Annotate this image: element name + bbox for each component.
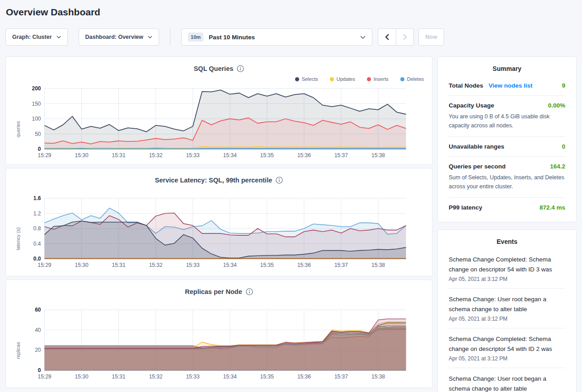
svg-text:15:35: 15:35 bbox=[260, 373, 274, 380]
unavailable-ranges-value: 0 bbox=[562, 143, 565, 150]
sidebar-column: Summary Total Nodes View nodes list 9 Ca… bbox=[437, 56, 577, 392]
replicas-per-node-chart[interactable]: 15:2915:3015:3115:3215:3315:3415:3515:36… bbox=[23, 305, 425, 384]
events-title: Events bbox=[449, 230, 565, 249]
y-axis-label: latency (s) bbox=[13, 194, 23, 272]
time-range-badge: 10m bbox=[188, 33, 203, 42]
chevron-down-icon bbox=[56, 36, 61, 38]
svg-text:15:34: 15:34 bbox=[223, 373, 237, 380]
svg-text:15:31: 15:31 bbox=[112, 373, 126, 380]
legend-dot bbox=[330, 77, 334, 81]
next-time-button[interactable] bbox=[396, 29, 413, 45]
time-range-picker[interactable]: 10m Past 10 Minutes bbox=[181, 28, 372, 46]
chevron-left-icon bbox=[385, 34, 389, 40]
legend-dot bbox=[295, 77, 299, 81]
legend-item-selects: Selects bbox=[295, 76, 318, 82]
legend-label: Inserts bbox=[374, 76, 389, 82]
info-icon[interactable] bbox=[237, 65, 244, 72]
svg-text:150: 150 bbox=[32, 101, 41, 107]
replicas-per-node-panel: Replicas per Node replicas 15:2915:3015:… bbox=[5, 280, 432, 388]
svg-text:15:36: 15:36 bbox=[297, 262, 311, 268]
queries-per-second-description: Sum of Selects, Updates, Inserts, and De… bbox=[449, 173, 565, 191]
event-text: Schema Change: User root began a schema … bbox=[449, 374, 565, 392]
service-latency-chart[interactable]: 15:2915:3015:3115:3215:3315:3415:3515:36… bbox=[23, 194, 425, 272]
toolbar-divider bbox=[170, 28, 170, 46]
svg-text:100: 100 bbox=[32, 116, 41, 122]
event-text: Schema Change: User root began a schema … bbox=[449, 294, 565, 314]
svg-text:15:30: 15:30 bbox=[75, 373, 89, 380]
svg-text:15:38: 15:38 bbox=[371, 152, 385, 159]
event-timestamp: Apr 05, 2021 at 3:12 PM bbox=[449, 355, 565, 362]
prev-time-button[interactable] bbox=[378, 29, 396, 45]
summary-title: Summary bbox=[449, 57, 565, 76]
svg-text:0.0: 0.0 bbox=[33, 256, 41, 262]
svg-text:15:32: 15:32 bbox=[149, 152, 163, 159]
queries-per-second-label: Queries per second bbox=[449, 163, 506, 170]
graph-dropdown-label: Graph: Cluster bbox=[12, 34, 52, 40]
legend-item-updates: Updates bbox=[330, 76, 355, 82]
capacity-usage-label: Capacity Usage bbox=[449, 102, 494, 109]
y-axis-label: replicas bbox=[13, 305, 23, 384]
sql-queries-panel: SQL Queries SelectsUpdatesInsertsDeletes… bbox=[5, 56, 432, 165]
svg-text:15:29: 15:29 bbox=[38, 373, 51, 380]
svg-text:15:35: 15:35 bbox=[260, 262, 274, 268]
chevron-down-icon bbox=[148, 36, 152, 38]
svg-text:15:34: 15:34 bbox=[223, 152, 237, 159]
svg-text:15:36: 15:36 bbox=[297, 373, 311, 380]
view-nodes-list-link[interactable]: View nodes list bbox=[488, 82, 532, 89]
graph-dropdown[interactable]: Graph: Cluster bbox=[5, 28, 68, 46]
svg-text:15:37: 15:37 bbox=[334, 373, 348, 380]
svg-text:1.6: 1.6 bbox=[33, 195, 41, 201]
svg-text:15:33: 15:33 bbox=[186, 373, 200, 380]
event-item: Schema Change Completed: Schema change o… bbox=[449, 249, 565, 288]
svg-text:200: 200 bbox=[32, 85, 41, 92]
summary-capacity-row: Capacity Usage 0.00% You are using 0 B o… bbox=[449, 95, 565, 136]
svg-text:1.2: 1.2 bbox=[33, 210, 41, 217]
now-button[interactable]: Now bbox=[418, 28, 444, 46]
svg-text:0.4: 0.4 bbox=[33, 241, 41, 247]
svg-text:15:33: 15:33 bbox=[186, 262, 200, 268]
svg-text:40: 40 bbox=[35, 327, 41, 333]
event-timestamp: Apr 05, 2021 at 3:12 PM bbox=[449, 276, 565, 282]
legend-label: Selects bbox=[302, 76, 318, 82]
svg-text:15:32: 15:32 bbox=[149, 373, 163, 380]
svg-text:15:29: 15:29 bbox=[38, 262, 51, 268]
events-list: Schema Change Completed: Schema change o… bbox=[449, 249, 565, 392]
svg-text:0: 0 bbox=[38, 367, 41, 373]
svg-text:50: 50 bbox=[35, 131, 41, 137]
chart-title: Replicas per Node bbox=[185, 288, 242, 295]
queries-per-second-value: 164.2 bbox=[550, 163, 565, 170]
event-text: Schema Change Completed: Schema change o… bbox=[449, 255, 565, 275]
events-panel: Events Schema Change Completed: Schema c… bbox=[437, 229, 577, 392]
event-item: Schema Change: User root began a schema … bbox=[449, 368, 565, 392]
p99-latency-label: P99 latency bbox=[449, 204, 482, 211]
svg-text:15:31: 15:31 bbox=[112, 152, 126, 159]
svg-text:15:38: 15:38 bbox=[371, 262, 385, 268]
svg-text:15:32: 15:32 bbox=[149, 262, 163, 268]
legend-dot bbox=[367, 77, 371, 81]
sql-queries-chart[interactable]: 15:2915:3015:3115:3215:3315:3415:3515:36… bbox=[23, 84, 425, 163]
event-item: Schema Change Completed: Schema change o… bbox=[449, 328, 565, 368]
svg-text:15:37: 15:37 bbox=[334, 152, 348, 159]
info-icon[interactable] bbox=[276, 177, 283, 184]
dashboard-dropdown[interactable]: Dashboard: Overview bbox=[79, 28, 160, 46]
svg-text:15:34: 15:34 bbox=[223, 262, 237, 268]
legend-dot bbox=[400, 77, 404, 81]
svg-text:0: 0 bbox=[38, 146, 41, 152]
svg-text:15:30: 15:30 bbox=[75, 262, 89, 268]
event-item: Schema Change: User root began a schema … bbox=[449, 288, 565, 328]
legend-item-deletes: Deletes bbox=[400, 76, 424, 82]
total-nodes-value: 9 bbox=[562, 82, 565, 89]
svg-text:15:35: 15:35 bbox=[260, 152, 274, 159]
legend-label: Deletes bbox=[407, 76, 424, 82]
chart-legend: SelectsUpdatesInsertsDeletes bbox=[13, 76, 424, 82]
total-nodes-label: Total Nodes bbox=[449, 82, 483, 89]
legend-item-inserts: Inserts bbox=[367, 76, 389, 82]
svg-text:15:38: 15:38 bbox=[371, 373, 385, 380]
event-text: Schema Change Completed: Schema change o… bbox=[449, 334, 565, 354]
info-icon[interactable] bbox=[246, 288, 253, 295]
svg-text:15:37: 15:37 bbox=[334, 262, 348, 268]
svg-text:60: 60 bbox=[35, 307, 41, 313]
capacity-usage-value: 0.00% bbox=[548, 102, 565, 109]
legend-label: Updates bbox=[337, 76, 355, 82]
page-title: Overview Dashboard bbox=[0, 0, 582, 18]
